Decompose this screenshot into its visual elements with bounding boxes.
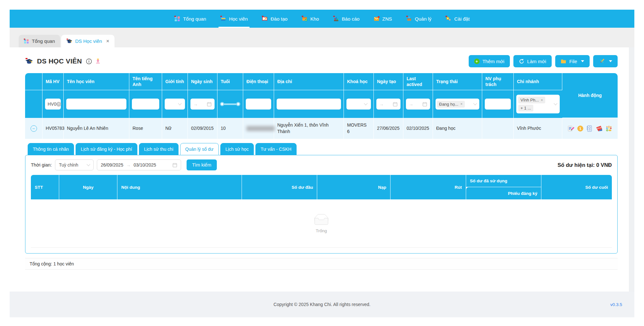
version-link[interactable]: v0.3.5 [610,302,622,307]
column-header: Ngày sinh [188,73,217,90]
filter-ten-tieng-anh-input[interactable] [132,99,159,110]
column-header: Mã HV [42,73,64,90]
chevron-down-icon [473,101,477,105]
info-icon[interactable] [86,58,92,64]
filter-expander-cell [25,90,42,118]
filter-nv-phu-trach-input[interactable] [485,99,511,110]
graduation-cap-icon [25,58,33,65]
folder-icon [561,59,566,64]
invoice-icon[interactable] [586,125,593,132]
column-header: Rút [391,175,466,199]
balance-table: STT Ngày Nội dung Số dư đầu Nạp Rút Số d… [31,175,612,248]
chevron-down-icon [581,60,584,62]
collapse-row-button[interactable]: – [31,125,37,132]
filter-ma-hv-input[interactable]: HV0× [45,99,61,110]
nav-item-hoc-vien[interactable]: Học viên [220,10,248,28]
column-header: Tên tiếng Anh [129,73,162,90]
add-new-button[interactable]: + Thêm mới [469,55,510,67]
date-to[interactable]: 03/10/2025 [133,162,156,168]
current-balance: Số dư hiện tại: 0 VNĐ [557,162,612,168]
content-card: DS HỌC VIÊN + Thêm mới Làm mới File [10,47,634,292]
training-book-icon [262,16,268,22]
date-range-picker[interactable]: 26/09/2025 → 03/10/2025 [97,159,181,170]
column-header: Tên học viên [64,73,129,90]
time-preset-select[interactable]: Tuỳ chỉnh [55,159,94,170]
calendar-icon [172,163,177,168]
date-from[interactable]: 26/09/2025 [101,162,123,168]
nav-item-bao-cao[interactable]: Báo cáo [333,10,360,28]
filter-dien-thoai-input[interactable] [246,99,271,110]
top-navigation: Tổng quan Học viên Đào tạo Kho Báo cáo Z… [10,10,634,28]
window-tab-bar: Tổng quan DS Học viên × [10,28,634,47]
warehouse-box-icon [302,16,308,22]
attendance-group-icon[interactable] [605,125,612,132]
edit-icon[interactable] [568,125,574,132]
filter-row: HV0× → → → Đang họ...× Vĩnh Ph...×+ 1 ..… [25,90,618,118]
sale-tag-icon[interactable]: SALE [596,125,603,132]
nav-label: Kho [310,16,319,22]
remove-tag-icon[interactable]: × [541,98,543,102]
empty-label: Trống [316,228,327,233]
scrollbar-track[interactable] [629,47,634,292]
column-header: NV phụ trách [482,73,514,90]
calendar-icon [207,102,212,107]
graduation-cap-icon [66,39,72,44]
screen: Tổng quan Học viên Đào tạo Kho Báo cáo Z… [0,0,644,326]
filter-gioi-tinh-select[interactable] [165,99,185,110]
cell-ma-hv: HV05783 [42,118,64,139]
arrow-right-icon: → [126,162,131,168]
management-icon [406,16,412,22]
close-icon[interactable]: × [106,38,109,44]
refresh-button[interactable]: Làm mới [513,55,552,67]
tab-lich-su-dang-ky-hoc-phi[interactable]: Lịch sử đăng ký - Học phí [76,143,137,155]
tab-lich-su-thu-chi[interactable]: Lịch sử thu chi [139,143,179,155]
filter-trang-thai-multiselect[interactable]: Đang họ...× [436,99,479,110]
search-button[interactable]: Tìm kiếm [187,159,217,170]
nav-item-zns[interactable]: ZNS [373,10,393,28]
payment-coin-icon[interactable]: $ [577,125,584,132]
svg-text:$: $ [579,127,581,130]
arrow-right-icon: → [379,101,384,107]
filter-tuoi-range-slider[interactable] [220,99,240,110]
tab-quan-ly-so-du[interactable]: Quản lý số dư [180,143,219,155]
cell-tuoi: 10 [217,118,243,139]
zns-envelope-icon [374,16,380,22]
clear-icon[interactable]: × [56,102,61,107]
nav-item-kho[interactable]: Kho [301,10,320,28]
tab-lich-su-hoc[interactable]: Lịch sử học [220,143,254,155]
arrow-right-icon: → [193,101,198,107]
nav-item-quan-ly[interactable]: Quản lý [406,10,432,28]
slider-handle-min[interactable] [220,102,224,106]
nav-label: Tổng quan [183,16,206,22]
student-idea-icon[interactable] [95,58,101,64]
column-header: Địa chỉ [274,73,344,90]
plus-icon: + [474,59,480,64]
cell-chi-nhanh: Vĩnh Phước [514,118,562,139]
filter-ngay-tao-datepicker[interactable]: → [376,99,400,110]
tools-menu-button[interactable] [593,55,618,67]
refresh-icon [519,59,524,64]
column-header: Ngày tạo [374,73,403,90]
tab-ds-hoc-vien[interactable]: DS Học viên × [61,35,115,47]
tab-thong-tin-ca-nhan[interactable]: Thông tin cá nhân [28,143,74,155]
tab-tu-van-cskh[interactable]: Tư vấn - CSKH [255,143,297,155]
filter-chi-nhanh-multiselect[interactable]: Vĩnh Ph...×+ 1 ... [516,95,560,113]
file-menu-button[interactable]: File [555,55,590,67]
filter-last-actived-datepicker[interactable]: → [406,99,430,110]
balance-header-row: STT Ngày Nội dung Số dư đầu Nạp Rút Số d… [31,175,612,187]
filter-dia-chi-input[interactable] [277,99,341,110]
nav-item-dao-tao[interactable]: Đào tạo [261,10,288,28]
filter-khoa-hoc-select[interactable] [346,99,371,110]
tab-tong-quan[interactable]: Tổng quan [19,35,60,47]
filter-ngay-sinh-datepicker[interactable]: → [190,99,215,110]
cell-last-actived: 02/10/2025 [403,118,433,139]
filter-ten-hoc-vien-input[interactable] [66,99,126,110]
remove-tag-icon[interactable]: × [460,102,463,106]
slider-handle-max[interactable] [236,102,240,106]
nav-item-tong-quan[interactable]: Tổng quan [174,10,207,28]
student-row[interactable]: – HV05783 Nguyễn Lê An Nhiên Rose Nữ 02/… [25,118,618,139]
column-header: Phiếu đăng ký [466,187,542,199]
toolbar: + Thêm mới Làm mới File [469,55,618,67]
column-header: Nạp [317,175,391,199]
nav-item-cai-dat[interactable]: Cài đặt [445,10,470,28]
